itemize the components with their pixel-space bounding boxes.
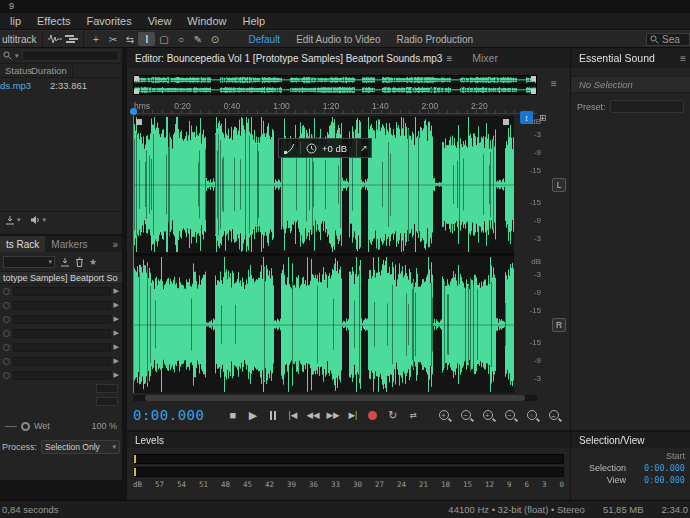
gain-hud[interactable]: +0 dB ↗ <box>278 138 372 158</box>
install-icon[interactable] <box>60 257 70 267</box>
timeline-ruler[interactable]: hms 0:200:401:001:201:402:002:20 <box>133 100 537 114</box>
lasso-selection-tool[interactable]: ○ <box>172 32 189 46</box>
play-button[interactable]: ▶ <box>244 407 261 423</box>
tab-levels[interactable]: Levels <box>135 435 164 446</box>
effect-power-icon[interactable] <box>3 372 10 379</box>
spot-healing-brush-tool[interactable]: ⊙ <box>206 32 223 46</box>
effect-slot-arrow-icon[interactable]: ▶ <box>114 315 119 323</box>
effect-power-icon[interactable] <box>3 344 10 351</box>
effect-power-icon[interactable] <box>3 288 10 295</box>
effect-slot[interactable]: ▶ <box>0 354 122 368</box>
loop-button[interactable]: ↻ <box>384 407 401 423</box>
mix-slider-track[interactable] <box>5 426 17 427</box>
time-display[interactable]: 0:00.000 <box>133 407 204 423</box>
selection-view-row-start[interactable]: 0:00.000 <box>630 475 685 485</box>
fade-in-handle[interactable] <box>136 119 142 125</box>
mix-knob[interactable] <box>21 422 30 431</box>
stop-button[interactable]: ■ <box>224 407 241 423</box>
import-file-button[interactable]: ▾ <box>5 215 21 225</box>
favorite-star-icon[interactable]: ★ <box>89 257 97 267</box>
essential-sound-menu-icon[interactable]: ≡ <box>676 53 690 64</box>
overview-range-handle[interactable] <box>531 89 536 94</box>
menu-help[interactable]: Help <box>234 15 273 27</box>
horizontal-scrollbar[interactable] <box>133 395 537 401</box>
effect-slot-arrow-icon[interactable]: ▶ <box>114 301 119 309</box>
effect-slot-box[interactable] <box>13 371 111 380</box>
zoom-in-button[interactable]: + <box>435 407 452 423</box>
overview-strip[interactable] <box>133 75 537 95</box>
effect-slot[interactable]: ▶ <box>0 340 122 354</box>
fast-forward-button[interactable]: ▶▶ <box>324 407 341 423</box>
skip-to-previous-button[interactable]: |◀ <box>284 407 301 423</box>
effect-slot[interactable]: ▶ <box>0 312 122 326</box>
channel-right-button[interactable]: R <box>552 318 566 332</box>
razor-tool[interactable]: ✂ <box>104 32 121 46</box>
overview-range-handle[interactable] <box>531 76 536 81</box>
multitrack-editor-view-button[interactable] <box>63 32 80 46</box>
zoom-full-button[interactable]: ↔ <box>545 407 562 423</box>
paintbrush-selection-tool[interactable]: ✎ <box>189 32 206 46</box>
marquee-selection-tool[interactable]: ▢ <box>155 32 172 46</box>
effect-slot-arrow-icon[interactable]: ▶ <box>114 357 119 365</box>
record-button[interactable] <box>364 407 381 423</box>
effect-slot-box[interactable] <box>13 329 111 338</box>
overview-waveform[interactable] <box>134 76 536 94</box>
panel-overflow-icon[interactable]: » <box>108 239 122 250</box>
scrollbar-thumb[interactable] <box>145 395 525 401</box>
tab-effects-rack[interactable]: ts Rack <box>0 236 45 252</box>
wet-value[interactable]: 100 % <box>91 421 117 431</box>
hud-gain-value[interactable]: +0 dB <box>322 143 351 154</box>
files-filter-input[interactable] <box>22 50 119 61</box>
zoom-selection-button[interactable]: ▫ <box>523 407 540 423</box>
trash-icon[interactable] <box>75 257 84 267</box>
chevron-down-icon[interactable]: ▾ <box>15 52 19 60</box>
effect-slot[interactable]: ▶ <box>0 326 122 340</box>
search-input[interactable]: Sea <box>646 33 690 46</box>
menu-window[interactable]: Window <box>179 15 234 27</box>
skip-selection-button[interactable]: ⇄ <box>404 407 421 423</box>
overview-range-handle[interactable] <box>134 76 139 81</box>
hud-drag-arrow-icon[interactable]: ↗ <box>356 139 371 157</box>
tab-essential-sound[interactable]: Essential Sound <box>579 52 655 64</box>
effect-slot-box[interactable] <box>13 301 111 310</box>
effect-power-icon[interactable] <box>3 316 10 323</box>
menu-lip[interactable]: lip <box>2 15 29 27</box>
effect-slot-box[interactable] <box>13 315 111 324</box>
tab-markers[interactable]: Markers <box>45 236 93 252</box>
effect-slot[interactable]: ▶ <box>0 284 122 298</box>
selection-view-row-start[interactable]: 0:00.000 <box>630 463 685 473</box>
time-selection-tool[interactable]: I <box>138 32 155 46</box>
multitrack-button[interactable]: ultitrack <box>0 34 42 45</box>
effect-slot-arrow-icon[interactable]: ▶ <box>114 343 119 351</box>
menu-effects[interactable]: Effects <box>29 15 78 27</box>
waveform-editor-view-button[interactable] <box>46 32 63 46</box>
effect-slot-box[interactable] <box>13 357 111 366</box>
slip-tool[interactable]: ⇆ <box>121 32 138 46</box>
fade-out-handle[interactable] <box>503 119 509 125</box>
preview-playback-button[interactable]: ▾ <box>30 215 47 225</box>
search-icon[interactable] <box>3 51 12 60</box>
effect-slot[interactable]: ▶ <box>0 298 122 312</box>
menu-favorites[interactable]: Favorites <box>78 15 139 27</box>
workspace-option-radio-production[interactable]: Radio Production <box>388 34 481 45</box>
overview-range-handle[interactable] <box>134 89 139 94</box>
pause-button[interactable] <box>264 407 281 423</box>
column-duration[interactable]: Duration <box>26 64 73 77</box>
playhead-handle[interactable] <box>130 108 137 115</box>
effect-power-icon[interactable] <box>3 358 10 365</box>
effect-slot-box[interactable] <box>13 343 111 352</box>
preset-select[interactable] <box>610 100 684 113</box>
rack-preset-select[interactable]: ▾ <box>3 256 55 268</box>
effect-slot-box[interactable] <box>13 287 111 296</box>
zoom-out-time-button[interactable]: − <box>501 407 518 423</box>
tab-editor[interactable]: Editor: Bouncepedia Vol 1 [Prototype Sam… <box>135 53 442 64</box>
zoom-out-button[interactable]: − <box>457 407 474 423</box>
effect-slot-arrow-icon[interactable]: ▶ <box>114 287 119 295</box>
editor-panel-menu-icon[interactable]: ≡ <box>442 53 456 64</box>
tab-mixer[interactable]: Mixer <box>472 52 498 64</box>
effect-power-icon[interactable] <box>3 302 10 309</box>
menu-view[interactable]: View <box>140 15 180 27</box>
file-name[interactable]: ds.mp3 <box>0 80 50 91</box>
channel-left-button[interactable]: L <box>552 178 566 192</box>
effect-power-icon[interactable] <box>3 330 10 337</box>
